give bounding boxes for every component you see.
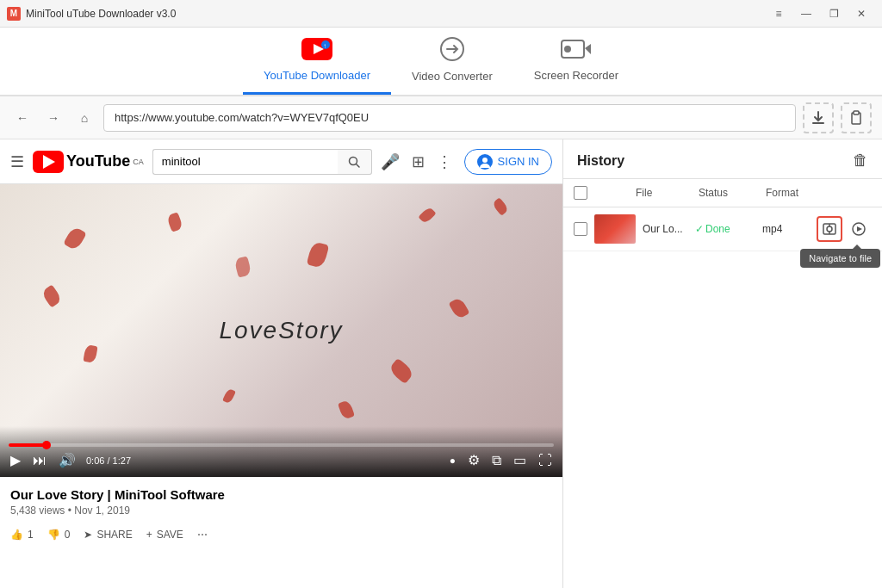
filename-cell: Our Lo...	[643, 223, 688, 235]
youtube-search-input[interactable]	[152, 149, 338, 175]
settings-button[interactable]: ⚙	[466, 450, 481, 470]
fullscreen-button[interactable]: ⛶	[537, 451, 554, 470]
titlebar-left: M MiniTool uTube Downloader v3.0	[7, 7, 176, 21]
video-background: LoveStory ▶ ⏭ 🔊 0:06 / 1:27	[0, 184, 562, 477]
svg-marker-20	[857, 226, 862, 232]
close-button[interactable]: ✕	[848, 0, 875, 28]
dislike-button[interactable]: 👎 0	[47, 529, 71, 541]
video-meta: 5,438 views • Nov 1, 2019	[10, 504, 552, 517]
app-icon: M	[7, 7, 21, 21]
check-icon: ✓	[695, 223, 704, 235]
more-options-button[interactable]: ⋯	[197, 529, 208, 541]
save-label: SAVE	[157, 529, 183, 541]
status-column-header: Status	[699, 187, 759, 199]
format-cell: mp4	[762, 223, 810, 235]
forward-button[interactable]: →	[41, 106, 65, 130]
theater-button[interactable]: ▭	[512, 450, 528, 470]
navigate-tooltip: Navigate to file	[800, 249, 880, 268]
url-input[interactable]	[103, 104, 796, 132]
youtube-logo-text: YouTube	[66, 152, 130, 170]
youtube-logo-icon	[33, 151, 64, 173]
volume-button[interactable]: 🔊	[57, 450, 78, 470]
svg-marker-6	[585, 44, 591, 54]
next-button[interactable]: ⏭	[31, 451, 48, 470]
share-label: SHARE	[96, 529, 132, 541]
svg-rect-10	[854, 111, 859, 115]
titlebar: M MiniTool uTube Downloader v3.0 ≡ — ❐ ✕	[0, 0, 882, 28]
history-table-header: File Status Format	[563, 179, 882, 207]
toggle-button[interactable]: ●	[448, 453, 457, 468]
youtube-country-label: CA	[133, 158, 144, 166]
right-controls: ● ⚙ ⧉ ▭ ⛶	[448, 450, 554, 470]
save-button[interactable]: + SAVE	[146, 529, 183, 541]
addressbar: ← → ⌂	[0, 96, 882, 139]
video-player[interactable]: LoveStory ▶ ⏭ 🔊 0:06 / 1:27	[0, 184, 562, 477]
video-converter-label: Video Converter	[412, 70, 493, 83]
youtube-play-icon	[43, 155, 55, 169]
left-panel: ☰ YouTube CA 🎤 ⊞ ⋮	[0, 139, 563, 588]
youtube-topbar: ☰ YouTube CA 🎤 ⊞ ⋮	[0, 139, 562, 184]
save-icon: +	[146, 529, 152, 541]
history-title: History	[577, 153, 624, 169]
status-label: Done	[705, 223, 730, 235]
video-controls: ▶ ⏭ 🔊 0:06 / 1:27 ● ⚙ ⧉ ▭ ⛶	[0, 426, 562, 477]
clear-history-button[interactable]: 🗑	[853, 152, 868, 170]
mic-icon[interactable]: 🎤	[381, 152, 400, 171]
right-panel: History 🗑 File Status Format Our Lo... ✓…	[563, 139, 882, 588]
restore-button[interactable]: ❐	[820, 0, 848, 28]
progress-dot	[42, 441, 51, 449]
minimize-button[interactable]: —	[792, 0, 820, 28]
tab-screen-recorder[interactable]: Screen Recorder	[513, 28, 639, 95]
miniplayer-button[interactable]: ⧉	[490, 451, 503, 470]
view-count: 5,438 views	[10, 504, 65, 517]
main-area: ☰ YouTube CA 🎤 ⊞ ⋮	[0, 139, 882, 588]
youtube-search-button[interactable]	[338, 149, 372, 175]
signin-button[interactable]: SIGN IN	[464, 149, 552, 175]
file-column-header: File	[594, 187, 692, 199]
more-icon[interactable]: ⋮	[437, 152, 452, 171]
play-button[interactable]: ▶	[9, 450, 22, 470]
video-info: Our Love Story | MiniTool Software 5,438…	[0, 477, 562, 522]
back-button[interactable]: ←	[10, 106, 34, 130]
tab-youtube-downloader[interactable]: ↑ YouTube Downloader	[243, 28, 391, 95]
home-button[interactable]: ⌂	[72, 106, 96, 130]
screen-recorder-label: Screen Recorder	[534, 69, 618, 82]
table-row: Our Lo... ✓ Done mp4	[563, 207, 882, 251]
progress-bar[interactable]	[9, 443, 554, 447]
video-converter-icon	[438, 37, 466, 66]
like-button[interactable]: 👍 1	[10, 529, 34, 541]
progress-fill	[9, 443, 47, 447]
history-header: History 🗑	[563, 139, 882, 179]
share-button[interactable]: ➤ SHARE	[84, 529, 132, 541]
youtube-downloader-icon: ↑	[301, 38, 332, 65]
share-icon: ➤	[84, 529, 92, 541]
svg-point-16	[827, 226, 832, 232]
yt-hamburger-icon[interactable]: ☰	[10, 152, 24, 171]
row-checkbox[interactable]	[574, 222, 587, 236]
time-display: 0:06 / 1:27	[86, 455, 131, 466]
select-all-checkbox[interactable]	[574, 186, 587, 200]
navigate-to-file-button[interactable]	[817, 216, 842, 242]
publish-date: Nov 1, 2019	[74, 504, 130, 517]
controls-row: ▶ ⏭ 🔊 0:06 / 1:27 ● ⚙ ⧉ ▭ ⛶	[9, 450, 554, 470]
titlebar-controls: ≡ — ❐ ✕	[765, 0, 875, 28]
dislike-count: 0	[65, 529, 71, 541]
video-title: Our Love Story | MiniTool Software	[10, 487, 552, 502]
clipboard-button[interactable]	[841, 102, 872, 133]
download-button[interactable]	[803, 102, 834, 133]
svg-line-12	[357, 164, 360, 167]
like-count: 1	[28, 529, 34, 541]
grid-icon[interactable]: ⊞	[412, 152, 425, 171]
video-thumbnail	[594, 214, 636, 244]
play-video-button[interactable]	[846, 216, 872, 242]
app-title: MiniTool uTube Downloader v3.0	[26, 8, 176, 20]
more-options-icon: ⋯	[197, 529, 208, 541]
youtube-top-icons: 🎤 ⊞ ⋮ SIGN IN	[381, 149, 552, 175]
like-icon: 👍	[10, 529, 23, 541]
hamburger-button[interactable]: ≡	[765, 0, 792, 28]
format-column-header: Format	[766, 187, 813, 199]
row-actions	[817, 216, 872, 242]
svg-point-14	[482, 158, 488, 163]
video-title-overlay: LoveStory	[219, 317, 343, 344]
tab-video-converter[interactable]: Video Converter	[391, 28, 513, 95]
